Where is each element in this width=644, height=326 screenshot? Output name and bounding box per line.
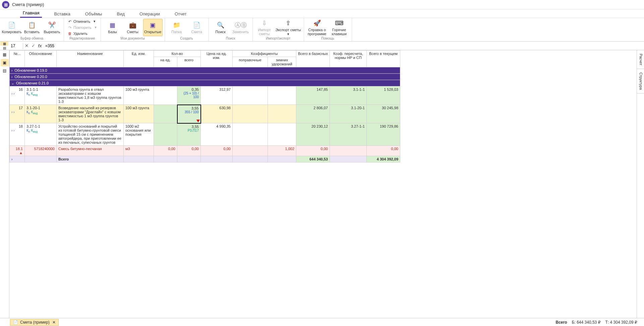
footer-cur: Т: 4 304 392,09 ₽ xyxy=(605,320,637,325)
view-toggle-1[interactable]: ▦ xyxy=(0,42,8,46)
expand-icon[interactable]: › › xyxy=(11,129,14,132)
briefcase-icon: 💼 xyxy=(128,21,137,29)
search-label: Поиск xyxy=(211,36,250,41)
right-tab-calc[interactable]: Расчет xyxy=(637,50,644,69)
bases-icon: ▦ xyxy=(108,21,117,29)
footer-total-label: Всего xyxy=(555,320,567,325)
error-marker-icon xyxy=(196,120,200,122)
doc-icon: 📄 xyxy=(13,320,18,325)
ribbon: 📄Копировать 📋Вставить ✂️Вырезать Буфер о… xyxy=(0,18,644,42)
mydocs-label: Мои документы xyxy=(103,36,163,41)
bases-button[interactable]: ▦Базы xyxy=(103,19,122,36)
panel-btn-2[interactable]: ▣ xyxy=(1,59,9,66)
delete-icon: 🗑 xyxy=(67,31,72,36)
col-ed[interactable]: Ед. изм. xyxy=(124,51,154,67)
paste-button[interactable]: 📋Вставить xyxy=(22,19,42,36)
fx-button[interactable]: fx xyxy=(37,43,43,49)
view-toggle-2[interactable]: ▤ xyxy=(0,46,8,50)
import-button[interactable]: ⇩Импорт сметы xyxy=(255,19,274,36)
expand-icon[interactable]: › › xyxy=(11,92,14,95)
expand-icon[interactable]: › xyxy=(11,157,12,161)
close-tab-button[interactable]: ✕ xyxy=(52,320,56,325)
right-tab-struct[interactable]: Структура xyxy=(637,69,644,93)
right-panel: Расчет Структура xyxy=(637,50,644,318)
tab-report[interactable]: Отчет xyxy=(172,10,189,18)
hotkeys-button[interactable]: ⌨Горячие клавиши xyxy=(329,19,350,36)
copy-button[interactable]: 📄Копировать xyxy=(2,19,21,36)
tab-main[interactable]: Главная xyxy=(20,9,42,18)
doc-tab[interactable]: 📄 Смета (пример) ✕ xyxy=(10,319,59,326)
new-smeta-button[interactable]: 📄Смета xyxy=(187,19,207,36)
new-folder-button[interactable]: 📁Папка xyxy=(167,19,186,36)
rocket-icon: 🚀 xyxy=(312,19,322,27)
app-icon: ▦ xyxy=(2,1,9,8)
keyboard-icon: ⌨ xyxy=(335,19,344,27)
panel-btn-3[interactable]: ▤ xyxy=(1,67,9,74)
expand-icon[interactable]: › › xyxy=(11,110,14,114)
col-base[interactable]: Всего в базисных xyxy=(296,51,330,67)
col-num[interactable]: №... xyxy=(10,51,25,67)
formula-cancel[interactable]: ✕ xyxy=(23,43,30,49)
col-qty[interactable]: Кол-во xyxy=(154,51,201,57)
group-row[interactable]: ›Обновление 0.20.0 xyxy=(10,74,400,80)
create-label: Создать xyxy=(167,36,207,41)
cut-button[interactable]: ✂️Вырезать xyxy=(42,19,62,36)
delete-button[interactable]: 🗑Удалить xyxy=(66,31,89,36)
table-row[interactable]: 18.1 ▲5718240000Смесь битумно-песчанаям3… xyxy=(10,146,400,156)
paste-icon: 📋 xyxy=(27,21,37,29)
table-row[interactable]: 16› ›3.1-1-1Кп КиндРазработка грунта в о… xyxy=(10,86,400,105)
open-icon: ▣ xyxy=(148,21,158,29)
panel-btn-1[interactable]: ▦ xyxy=(1,51,9,58)
formula-bar: ▦ ▤ ✕ ✓ fx xyxy=(0,42,644,50)
tab-operations[interactable]: Операции xyxy=(137,10,163,18)
col-name[interactable]: Наименование xyxy=(57,51,124,67)
table-row[interactable]: 17› ›3.1-20-1Кп КиндВозведение насыпей и… xyxy=(10,105,400,123)
formula-input[interactable] xyxy=(43,43,644,49)
col-recalc[interactable]: Коэф. пересчета, нормы НР и СП xyxy=(330,51,367,67)
expand-icon: › xyxy=(11,69,12,72)
col-price[interactable]: Цена на ед. изм. xyxy=(201,51,233,67)
group-row[interactable]: ⌄Обновление 0.21.0 xyxy=(10,80,400,86)
table-row[interactable]: 18› ›3.27-1-1Кп КиндУстройство оснований… xyxy=(10,123,400,146)
dropdown-icon: ▼ xyxy=(94,26,97,29)
tab-volumes[interactable]: Объёмы xyxy=(82,10,105,18)
col-coef-zim[interactable]: зимних удорожаний xyxy=(268,57,296,67)
impexp-label: Импорт/экспорт xyxy=(255,36,302,41)
about-button[interactable]: 🚀Справка о программе xyxy=(306,19,328,36)
window-title: Смета (пример) xyxy=(12,2,44,7)
doc-icon: 📄 xyxy=(192,21,201,29)
menubar: Главная Вставка Объёмы Вид Операции Отче… xyxy=(0,9,644,18)
col-qty-unit[interactable]: на ед. xyxy=(154,57,177,67)
export-icon: ⇪ xyxy=(284,19,293,27)
col-coef-pop[interactable]: поправочные xyxy=(233,57,268,67)
cell-ref-input[interactable] xyxy=(9,43,23,49)
tab-view[interactable]: Вид xyxy=(114,10,128,18)
dropdown-icon: ▼ xyxy=(93,20,96,23)
replace-button[interactable]: ⒶⒷЗаменить xyxy=(231,19,250,36)
import-icon: ⇩ xyxy=(260,19,269,27)
search-button[interactable]: 🔍Поиск xyxy=(211,19,230,36)
footer: 📄 Смета (пример) ✕ Всего Б: 644 340,53 ₽… xyxy=(0,318,644,326)
replace-icon: ⒶⒷ xyxy=(236,21,245,29)
formula-accept[interactable]: ✓ xyxy=(30,43,37,49)
undo-icon: ↶ xyxy=(67,19,72,24)
redo-button[interactable]: ↷Повторить▼ xyxy=(66,25,99,30)
open-docs-button[interactable]: ▣Открытые xyxy=(143,19,163,36)
tab-insert[interactable]: Вставка xyxy=(51,10,73,18)
group-row[interactable]: ›Обновление 0.19.0 xyxy=(10,67,400,74)
col-qty-total[interactable]: всего xyxy=(177,57,201,67)
col-coef[interactable]: Коэффициенты xyxy=(233,51,296,57)
folder-icon: 📁 xyxy=(172,21,181,29)
col-cur[interactable]: Всего в текущем xyxy=(367,51,400,67)
grid[interactable]: №... Обоснование Наименование Ед. изм. К… xyxy=(9,50,637,318)
expand-icon: ⌄ xyxy=(11,81,14,85)
footer-base: Б: 644 340,53 ₽ xyxy=(572,320,601,325)
help-label: Помощь xyxy=(306,36,350,41)
titlebar: ▦ Смета (пример) xyxy=(0,0,644,9)
undo-button[interactable]: ↶Отменить▼ xyxy=(66,19,97,24)
left-panel: ▦ ▣ ▤ xyxy=(0,50,9,318)
table-row[interactable]: ›Всего644 340,534 304 392,09 xyxy=(10,156,400,162)
export-button[interactable]: ⇪Экспорт сметы ▼ xyxy=(275,19,302,36)
smety-button[interactable]: 💼Сметы xyxy=(123,19,142,36)
col-obos[interactable]: Обоснование xyxy=(25,51,57,67)
